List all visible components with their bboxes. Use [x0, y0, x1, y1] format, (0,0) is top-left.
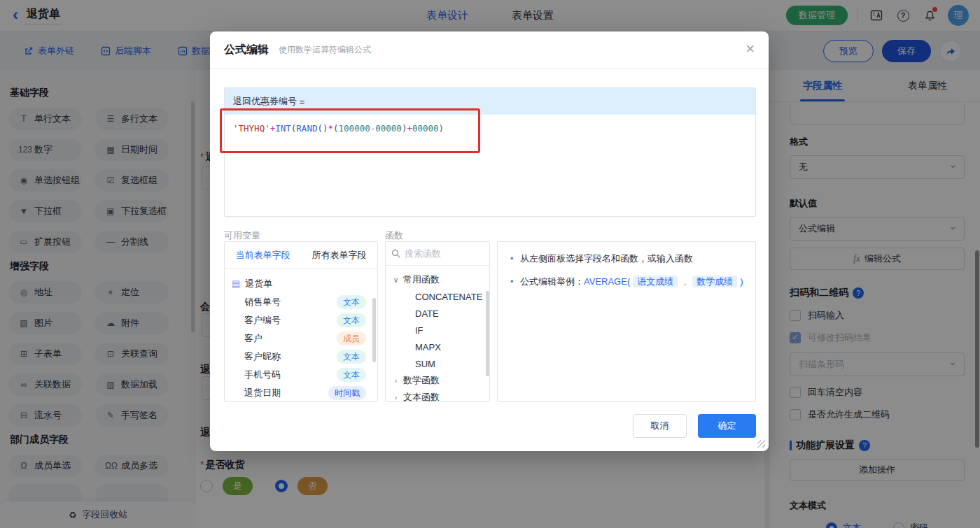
field-type-badge: 时间戳: [328, 386, 366, 400]
variable-item[interactable]: 客户编号 文本: [232, 311, 372, 329]
chevron-icon: ∨: [391, 276, 400, 285]
formula-token: 00000: [412, 123, 439, 134]
formula-input[interactable]: 'THYHQ'+INT(RAND()*(100000-00000)+00000): [225, 115, 755, 142]
variable-item[interactable]: 销售单号 文本: [232, 293, 372, 311]
variable-item[interactable]: 客户昵称 文本: [232, 348, 372, 366]
variable-item[interactable]: 客户 成员: [232, 329, 372, 348]
field-type-badge: 文本: [337, 313, 366, 327]
formula-token: ): [439, 123, 444, 134]
cancel-button[interactable]: 取消: [633, 414, 687, 438]
modal-header: 公式编辑 使用数学运算符编辑公式 ×: [210, 31, 769, 69]
field-type-badge: 文本: [337, 350, 366, 364]
variable-item[interactable]: 退货日期 时间戳: [232, 384, 372, 402]
modal-subtitle: 使用数学运算符编辑公式: [279, 44, 371, 56]
variables-scrollbar[interactable]: [372, 298, 376, 362]
form-doc-icon: ▤: [232, 278, 240, 289]
function-tree-row[interactable]: CONCATENATE: [391, 288, 486, 305]
function-tree-row[interactable]: SUM: [391, 355, 486, 372]
resize-handle[interactable]: [757, 440, 765, 448]
field-type-badge: 成员: [337, 331, 366, 345]
formula-help-panel: 从左侧面板选择字段名和函数，或输入函数 公式编辑举例：AVERAGE(语文成绩，…: [497, 241, 756, 402]
formula-token: INT: [275, 123, 291, 134]
formula-token: (: [333, 123, 339, 134]
formula-token: RAND: [296, 123, 317, 134]
functions-panel-label: 函数: [385, 229, 403, 242]
formula-target: 退回优惠券编号 =: [225, 88, 755, 115]
formula-token: 00000: [375, 123, 402, 134]
formula-token: +: [407, 123, 412, 134]
function-search: [386, 242, 489, 266]
formula-editor: 退回优惠券编号 = 'THYHQ'+INT(RAND()*(100000-000…: [224, 87, 756, 217]
help-bullet-1: 从左侧面板选择字段名和函数，或输入函数: [509, 252, 744, 266]
modal-title: 公式编辑: [224, 43, 269, 57]
functions-panel: ∨ 常用函数 CONCATENATE DATE: [385, 241, 490, 402]
example-field-chip: 语文成绩: [633, 276, 678, 287]
formula-token: 100000: [339, 123, 370, 134]
chevron-icon: ›: [391, 376, 400, 385]
tab-all-form-fields[interactable]: 所有表单字段: [301, 249, 377, 262]
formula-token: 'THYHQ': [233, 123, 270, 134]
confirm-button[interactable]: 确定: [698, 414, 756, 438]
function-tree-row[interactable]: DATE: [391, 305, 486, 322]
functions-scrollbar[interactable]: [486, 291, 489, 376]
function-tree-row[interactable]: › 数学函数: [391, 372, 486, 389]
field-type-badge: 文本: [337, 368, 366, 382]
variable-item[interactable]: 手机号码 文本: [232, 366, 372, 384]
function-tree-row[interactable]: MAPX: [391, 338, 486, 355]
field-type-badge: 文本: [337, 295, 366, 309]
search-icon: [391, 249, 400, 258]
example-field-chip: 数学成绩: [692, 276, 737, 287]
function-tree-row[interactable]: IF: [391, 322, 486, 338]
variables-panel: 当前表单字段 所有表单字段 ▤ 退货单 销售单号 文本: [224, 241, 378, 402]
close-icon[interactable]: ×: [746, 41, 755, 57]
variable-root-form[interactable]: ▤ 退货单: [232, 274, 372, 293]
tab-current-form-fields[interactable]: 当前表单字段: [225, 249, 301, 262]
formula-edit-modal: 公式编辑 使用数学运算符编辑公式 × 退回优惠券编号 = 'THYHQ'+INT…: [210, 31, 769, 451]
function-tree-row[interactable]: › 文本函数: [391, 389, 486, 402]
help-bullet-2: 公式编辑举例：AVERAGE(语文成绩，数学成绩): [509, 275, 744, 289]
formula-token: *: [328, 123, 334, 134]
form-designer-screen: ‹ 退货单 表单设计 表单设置 数据管理 ? 理 表单外链: [0, 0, 980, 528]
function-search-input[interactable]: [405, 248, 475, 259]
formula-token: (): [317, 123, 328, 134]
chevron-icon: ›: [391, 393, 400, 401]
function-tree-row[interactable]: ∨ 常用函数: [391, 271, 486, 288]
variables-panel-label: 可用变量: [224, 229, 260, 242]
